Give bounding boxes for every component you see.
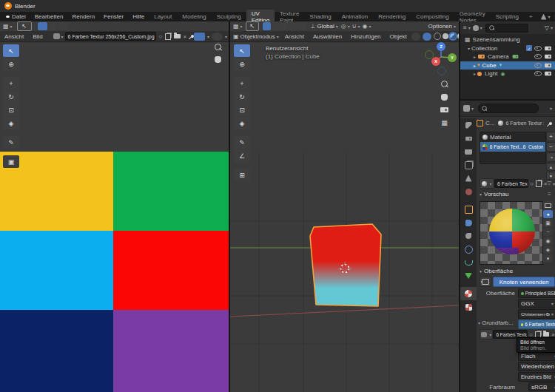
uv-display-mode-2[interactable]	[48, 22, 58, 30]
tab-layout[interactable]: Layout	[149, 13, 177, 21]
uv-image-browse[interactable]: ▾	[53, 33, 64, 39]
tool-cursor[interactable]: ⊕	[3, 58, 19, 70]
preview-cloth-button[interactable]: ◈	[543, 246, 553, 254]
tab-view-layer[interactable]	[460, 158, 477, 172]
tab-constraints[interactable]	[460, 256, 477, 269]
menu-fenster[interactable]: Fenster	[99, 13, 128, 20]
tab-sculpting[interactable]: Sculpting	[212, 13, 246, 21]
properties-search-input[interactable]	[478, 104, 539, 113]
pan-hand-icon[interactable]	[215, 56, 221, 63]
menu-datei[interactable]: Datei	[7, 13, 30, 20]
scene-selector[interactable]: ▾ Scene ×	[541, 13, 555, 21]
expander-icon[interactable]: ▸	[474, 54, 476, 59]
outliner-row-scene-collection[interactable]: ▦ Szenensammlung	[460, 36, 555, 44]
axis-z-handle[interactable]: Z	[437, 42, 445, 51]
ortho-toggle-icon[interactable]: ▦	[441, 119, 448, 126]
tool-annotate[interactable]: ✎	[3, 136, 19, 149]
hide-eye-icon[interactable]	[534, 63, 542, 68]
preview-menu-icon[interactable]: ≡	[548, 191, 551, 197]
preview-hair-button[interactable]: ~	[543, 228, 553, 236]
tab-object-data[interactable]	[460, 269, 477, 283]
tab-compositing[interactable]: Compositing	[411, 13, 454, 21]
pin-id-icon[interactable]	[548, 121, 553, 126]
tool-rotate[interactable]: ↻	[3, 90, 19, 103]
menu-hilfe[interactable]: Hilfe	[128, 13, 149, 20]
uv-display-mode-1[interactable]	[38, 22, 47, 30]
tab-physics[interactable]	[460, 243, 477, 256]
select-mode-5[interactable]	[298, 22, 306, 30]
browse-image-button[interactable]: ▾	[480, 329, 493, 339]
duplicate-image-icon[interactable]	[165, 33, 171, 40]
viewport-canvas[interactable]	[230, 41, 459, 392]
viewport-active-tool-button[interactable]: ↖	[246, 21, 259, 31]
nodes-icon-button[interactable]	[480, 277, 491, 287]
tool-box[interactable]: ▣	[3, 155, 19, 168]
extension-dropdown[interactable]: Wiederholen ▾	[518, 362, 555, 371]
material-slot-row[interactable]: Material	[480, 132, 545, 142]
collection-checkbox[interactable]: ✓	[526, 45, 532, 51]
unlink-image-icon[interactable]: ×	[184, 33, 187, 40]
tool-add-cube[interactable]: ⊞	[234, 169, 250, 181]
outliner-row-collection[interactable]: ▾ Collection ✓	[460, 44, 555, 53]
preview-sphere-button[interactable]: ●	[543, 210, 553, 218]
outliner-display-mode-dropdown[interactable]: ▾	[473, 25, 482, 31]
slot-specials-button[interactable]: ▾	[546, 152, 555, 162]
zoom-icon[interactable]	[215, 44, 221, 50]
shading-wireframe-icon[interactable]	[434, 33, 441, 40]
breadcrumb-material[interactable]: 6 Farben Textur 2...	[505, 121, 544, 126]
overlays-dropdown-icon[interactable]	[423, 33, 431, 41]
editor-divider[interactable]	[459, 21, 460, 392]
pan-hand-icon[interactable]	[441, 94, 448, 101]
select-mode-1[interactable]	[263, 22, 271, 30]
tab-particles[interactable]	[460, 229, 477, 243]
outliner-filter-dropdown[interactable]: ▽ ▾	[545, 24, 553, 31]
add-slot-button[interactable]: +	[546, 132, 555, 141]
tool-cursor[interactable]: ⊕	[234, 58, 250, 70]
duplicate-material-icon[interactable]	[536, 180, 542, 187]
tool-tweak[interactable]: ↖	[234, 44, 250, 57]
render-visibility-icon[interactable]	[545, 46, 551, 50]
mode-dropdown[interactable]: ▣ Objektmodus ▾	[233, 33, 279, 40]
properties-editor-type-dropdown[interactable]: ▾	[463, 105, 474, 112]
open-image-icon[interactable]	[174, 34, 181, 38]
render-visibility-icon[interactable]	[545, 55, 551, 59]
tool-move[interactable]: +	[234, 77, 250, 89]
proportional-dropdown[interactable]: ◉ ▾	[363, 23, 371, 30]
zoom-icon[interactable]	[441, 81, 448, 87]
remove-slot-button[interactable]: −	[546, 142, 555, 152]
tool-scale[interactable]: ⊡	[234, 104, 250, 116]
tab-output[interactable]	[460, 145, 477, 158]
material-name-field[interactable]: 6 Farben Tex...	[494, 179, 528, 188]
tab-texture[interactable]	[460, 300, 477, 314]
snap-dropdown[interactable]: ∪ ▾	[352, 23, 360, 30]
use-nodes-button[interactable]: Knoten verwenden	[493, 277, 555, 287]
select-mode-3[interactable]	[280, 22, 289, 30]
tab-render[interactable]	[460, 132, 477, 145]
select-mode-4[interactable]	[289, 22, 297, 30]
add-workspace-button[interactable]: +	[524, 13, 538, 21]
expander-icon[interactable]: ▾	[468, 46, 470, 51]
outliner-editor-type-dropdown[interactable]: ≡ ▾	[463, 24, 471, 31]
render-visibility-icon[interactable]	[545, 63, 551, 67]
expander-icon[interactable]: ▸	[474, 71, 476, 76]
base-color-label-wrap[interactable]: ▾ Grundfarb...	[478, 320, 517, 326]
scene-name-field[interactable]: Scene	[552, 13, 555, 21]
tool-transform[interactable]: ◈	[234, 117, 250, 129]
colorspace-dropdown[interactable]: sRGB ▾	[528, 382, 555, 391]
uv-display-mode-3[interactable]	[58, 22, 68, 30]
preview-shaderball-button[interactable]: ◉	[543, 237, 553, 245]
object-menu[interactable]: Objekt	[386, 33, 411, 40]
material-slot-row-active[interactable]: 6 Farben Text...6_Custom.jpg	[480, 142, 545, 152]
tool-tweak[interactable]: ↖	[3, 44, 19, 57]
tool-annotate[interactable]: ✎	[234, 136, 250, 149]
tool-scale[interactable]: ⊡	[3, 104, 19, 116]
orientation-gizmo[interactable]: Z Y X	[424, 42, 458, 76]
hide-eye-icon[interactable]	[534, 46, 542, 51]
uv-editor-type-dropdown[interactable]: ▦ ▾	[3, 23, 13, 30]
uv-active-tool-button[interactable]: ↖	[17, 21, 32, 31]
tool-transform[interactable]: ◈	[3, 117, 19, 129]
cube-object[interactable]	[310, 224, 381, 306]
select-mode-2[interactable]	[272, 22, 280, 30]
viewport-editor-type-dropdown[interactable]: ▦ ▾	[233, 23, 243, 30]
tool-measure[interactable]: ∠	[234, 149, 250, 162]
